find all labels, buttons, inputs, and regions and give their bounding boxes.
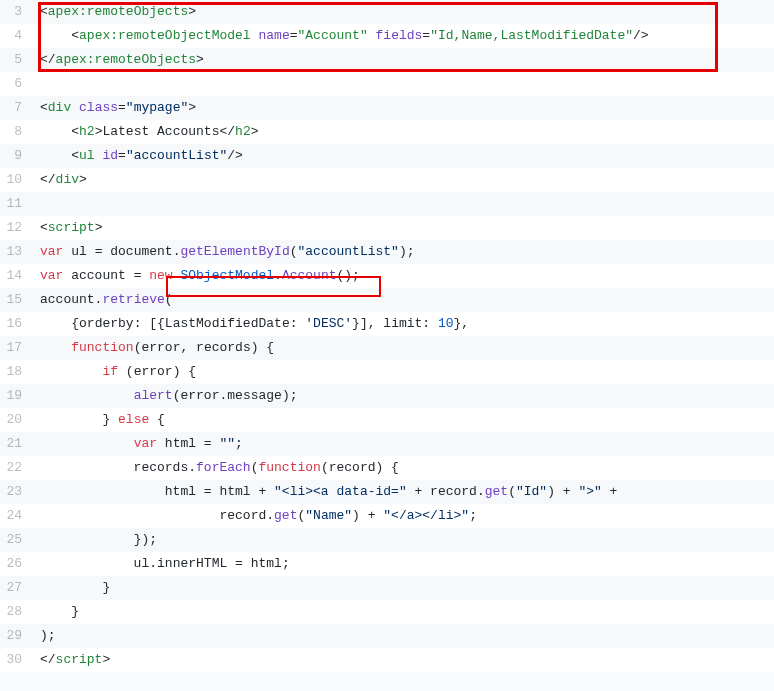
token-punct: }, xyxy=(454,316,470,331)
code-content: function(error, records) { xyxy=(30,336,774,360)
code-content: <h2>Latest Accounts</h2> xyxy=(30,120,774,144)
token-string: "accountList" xyxy=(298,244,399,259)
token-ident: record xyxy=(329,460,376,475)
token-punct: = xyxy=(422,28,430,43)
token-string: "" xyxy=(219,436,235,451)
token-punct: + xyxy=(610,484,618,499)
token-ident xyxy=(40,340,71,355)
token-punct: . xyxy=(266,508,274,523)
token-ident xyxy=(368,28,376,43)
token-tag: h2 xyxy=(79,124,95,139)
code-line: 29); xyxy=(0,624,774,648)
token-punct: > xyxy=(79,172,87,187)
code-line: 28 } xyxy=(0,600,774,624)
code-content: html = html + "<li><a data-id=" + record… xyxy=(30,480,774,504)
code-line: 12<script> xyxy=(0,216,774,240)
token-punct: ) xyxy=(352,508,368,523)
token-ident: record xyxy=(430,484,477,499)
code-content: var account = new SObjectModel.Account()… xyxy=(30,264,774,288)
token-ident: account xyxy=(40,292,95,307)
token-tag: ul xyxy=(79,148,95,163)
token-punct: ( xyxy=(290,244,298,259)
token-ident xyxy=(149,412,157,427)
token-punct: = xyxy=(204,436,220,451)
token-punct: + xyxy=(563,484,579,499)
token-string: "Name" xyxy=(305,508,352,523)
token-punct: = xyxy=(204,484,220,499)
code-content: } xyxy=(30,600,774,624)
token-punct: ; xyxy=(235,436,243,451)
code-line: 7<div class="mypage"> xyxy=(0,96,774,120)
token-punct: ) { xyxy=(173,364,196,379)
token-punct: </ xyxy=(219,124,235,139)
token-ident: innerHTML xyxy=(157,556,227,571)
token-ident: orderby xyxy=(79,316,134,331)
code-line: 25 }); xyxy=(0,528,774,552)
line-number: 23 xyxy=(0,480,30,504)
token-punct: < xyxy=(71,124,79,139)
token-dkgreen: "Account" xyxy=(298,28,368,43)
token-punct: = xyxy=(95,244,111,259)
token-punct: (); xyxy=(337,268,360,283)
token-punct: < xyxy=(40,220,48,235)
token-punct: ( xyxy=(321,460,329,475)
token-attr-name: class xyxy=(79,100,118,115)
token-keyword: function xyxy=(71,340,133,355)
code-content: <script> xyxy=(30,216,774,240)
token-punct: ( xyxy=(165,292,173,307)
token-func: getElementById xyxy=(180,244,289,259)
token-punct: : xyxy=(422,316,438,331)
token-punct: > xyxy=(95,220,103,235)
code-line: 3<apex:remoteObjects> xyxy=(0,0,774,24)
line-number: 17 xyxy=(0,336,30,360)
line-number: 27 xyxy=(0,576,30,600)
code-line: 19 alert(error.message); xyxy=(0,384,774,408)
token-attr-name: name xyxy=(258,28,289,43)
token-punct: </ xyxy=(40,652,56,667)
code-content: <apex:remoteObjects> xyxy=(30,0,774,24)
token-keyword: var xyxy=(40,244,63,259)
token-ident xyxy=(40,364,102,379)
token-keyword: new xyxy=(149,268,172,283)
token-ident: document xyxy=(110,244,172,259)
token-ident xyxy=(40,316,71,331)
token-punct: { xyxy=(71,316,79,331)
code-line: 15account.retrieve( xyxy=(0,288,774,312)
code-content: records.forEach(function(record) { xyxy=(30,456,774,480)
code-content: account.retrieve( xyxy=(30,288,774,312)
token-ident xyxy=(40,388,134,403)
token-ident: limit xyxy=(383,316,422,331)
token-punct: < xyxy=(40,100,48,115)
code-line: 20 } else { xyxy=(0,408,774,432)
line-number: 20 xyxy=(0,408,30,432)
token-string: "<li><a data-id=" xyxy=(274,484,407,499)
code-line: 11 xyxy=(0,192,774,216)
code-content: } xyxy=(30,576,774,600)
token-ident: record xyxy=(40,508,266,523)
code-content: {orderby: [{LastModifiedDate: 'DESC'}], … xyxy=(30,312,774,336)
token-func: forEach xyxy=(196,460,251,475)
code-content: alert(error.message); xyxy=(30,384,774,408)
code-content: var ul = document.getElementById("accoun… xyxy=(30,240,774,264)
token-punct: : [{ xyxy=(134,316,165,331)
line-number: 18 xyxy=(0,360,30,384)
token-keyword: if xyxy=(102,364,118,379)
line-number: 12 xyxy=(0,216,30,240)
line-number: 6 xyxy=(0,72,30,96)
token-ident: html xyxy=(219,484,258,499)
token-ident: ul xyxy=(40,556,149,571)
line-number: 30 xyxy=(0,648,30,672)
token-tag: script xyxy=(56,652,103,667)
line-number: 7 xyxy=(0,96,30,120)
token-punct: > xyxy=(188,4,196,19)
code-content: }); xyxy=(30,528,774,552)
line-number: 13 xyxy=(0,240,30,264)
token-keyword: var xyxy=(40,268,63,283)
line-number: 29 xyxy=(0,624,30,648)
code-line: 6 xyxy=(0,72,774,96)
token-punct: /> xyxy=(633,28,649,43)
token-tag: h2 xyxy=(235,124,251,139)
token-punct: }], xyxy=(352,316,383,331)
code-line: 14var account = new SObjectModel.Account… xyxy=(0,264,774,288)
token-punct: + xyxy=(368,508,384,523)
